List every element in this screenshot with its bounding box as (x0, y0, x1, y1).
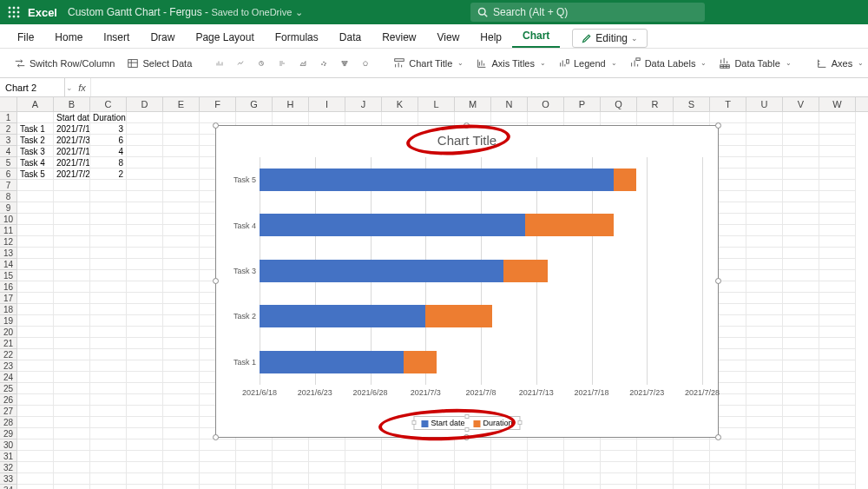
cell[interactable] (528, 451, 564, 462)
cell[interactable] (746, 135, 783, 146)
cell[interactable] (819, 281, 856, 293)
cell[interactable] (783, 315, 819, 327)
cell[interactable] (163, 485, 200, 489)
cell[interactable] (418, 439, 455, 451)
cell[interactable] (17, 202, 54, 214)
cell[interactable] (783, 485, 819, 489)
cell[interactable]: 2021/7/10 (54, 146, 90, 157)
cell[interactable]: Duration (90, 112, 127, 123)
bar-segment-startdate[interactable] (260, 351, 404, 373)
cell[interactable] (345, 462, 382, 473)
tab-formulas[interactable]: Formulas (265, 27, 329, 48)
cell[interactable]: 2021/7/20 (54, 169, 90, 180)
cell[interactable] (163, 236, 200, 248)
cell[interactable] (127, 406, 163, 417)
cell[interactable] (90, 462, 127, 473)
cell[interactable] (127, 123, 163, 135)
cell[interactable]: 2021/7/1 (54, 123, 90, 135)
tab-chart[interactable]: Chart (512, 25, 560, 48)
bar-segment-startdate[interactable] (260, 169, 614, 191)
cell[interactable] (345, 439, 382, 451)
row-header[interactable]: 29 (0, 428, 17, 439)
cell[interactable] (528, 439, 564, 451)
row-header[interactable]: 3 (0, 135, 17, 146)
cell[interactable] (17, 485, 54, 489)
cell[interactable] (783, 304, 819, 315)
cell[interactable] (710, 451, 746, 462)
cell[interactable] (163, 360, 200, 372)
row-header[interactable]: 11 (0, 225, 17, 236)
cell[interactable] (819, 451, 856, 462)
cell[interactable] (819, 406, 856, 417)
cell[interactable] (783, 417, 819, 428)
cell[interactable] (564, 462, 601, 473)
bar-segment-duration[interactable] (404, 351, 437, 373)
cell[interactable] (54, 406, 90, 417)
cell[interactable] (236, 485, 273, 489)
cell[interactable] (163, 304, 200, 315)
row-header[interactable]: 8 (0, 191, 17, 202)
cell[interactable] (163, 281, 200, 293)
cell[interactable] (637, 462, 674, 473)
cell[interactable] (746, 372, 783, 383)
cell[interactable] (127, 180, 163, 191)
cell[interactable] (54, 236, 90, 248)
row-header[interactable]: 25 (0, 383, 17, 394)
cell[interactable] (674, 451, 710, 462)
row-header[interactable]: 23 (0, 360, 17, 372)
cell[interactable] (127, 462, 163, 473)
cell[interactable] (200, 451, 236, 462)
column-header[interactable]: D (127, 97, 163, 111)
cell[interactable] (710, 462, 746, 473)
cell[interactable] (819, 417, 856, 428)
cell[interactable] (746, 473, 783, 485)
cell[interactable] (17, 439, 54, 451)
column-header[interactable]: W (819, 97, 856, 111)
cell[interactable] (783, 202, 819, 214)
resize-handle[interactable] (518, 420, 523, 425)
row-header[interactable]: 1 (0, 112, 17, 123)
cell[interactable] (90, 259, 127, 270)
cell[interactable] (17, 428, 54, 439)
pie-chart-icon[interactable] (253, 56, 270, 71)
cell[interactable] (17, 304, 54, 315)
cell[interactable] (783, 169, 819, 180)
cell[interactable] (90, 236, 127, 248)
cell[interactable] (528, 473, 564, 485)
cell[interactable] (127, 191, 163, 202)
cell[interactable] (163, 293, 200, 304)
row-header[interactable]: 14 (0, 259, 17, 270)
cell[interactable] (455, 451, 491, 462)
cell[interactable] (163, 135, 200, 146)
cell[interactable] (710, 112, 746, 123)
cell[interactable] (127, 360, 163, 372)
cell[interactable] (163, 327, 200, 338)
cell[interactable] (127, 315, 163, 327)
cell[interactable] (127, 417, 163, 428)
cell[interactable] (54, 349, 90, 360)
cell[interactable] (746, 349, 783, 360)
cell[interactable] (54, 439, 90, 451)
cell[interactable] (746, 485, 783, 489)
cell[interactable] (783, 225, 819, 236)
cell[interactable] (746, 394, 783, 406)
row-header[interactable]: 22 (0, 349, 17, 360)
editing-mode-button[interactable]: Editing⌄ (572, 29, 648, 48)
cell[interactable] (90, 327, 127, 338)
cell[interactable] (819, 270, 856, 281)
axis-titles-button[interactable]: Axis Titles⌄ (470, 55, 551, 72)
bar-segment-duration[interactable] (614, 169, 636, 191)
cell[interactable] (382, 439, 418, 451)
tab-insert[interactable]: Insert (93, 27, 140, 48)
cell[interactable] (54, 293, 90, 304)
cell[interactable] (746, 360, 783, 372)
row-header[interactable]: 2 (0, 123, 17, 135)
row-header[interactable]: 5 (0, 157, 17, 169)
cell[interactable] (90, 270, 127, 281)
cell[interactable] (17, 349, 54, 360)
cell[interactable] (601, 462, 637, 473)
cell[interactable] (163, 406, 200, 417)
cell[interactable] (90, 214, 127, 225)
cell[interactable] (783, 191, 819, 202)
cell[interactable] (746, 259, 783, 270)
